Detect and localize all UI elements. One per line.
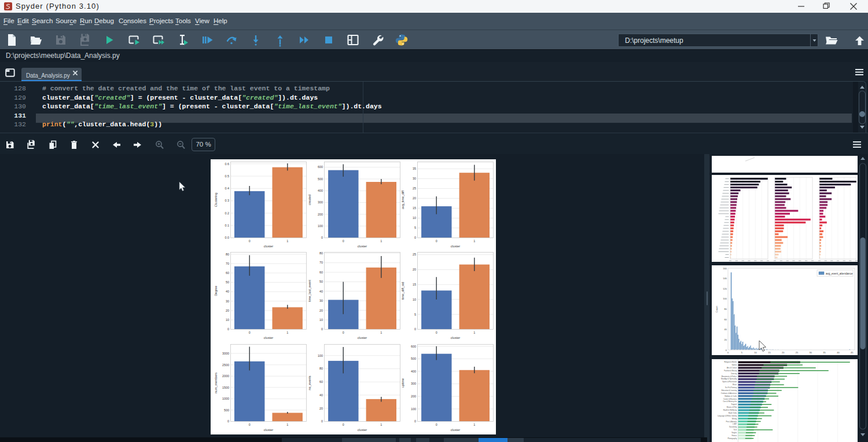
svg-text:0: 0	[321, 236, 323, 239]
svg-text:num_members: num_members	[214, 372, 218, 393]
svg-text:15: 15	[413, 206, 416, 210]
svg-text:20: 20	[782, 351, 785, 354]
svg-text:Book Clubs: Book Clubs	[729, 412, 737, 414]
svg-text:0: 0	[321, 327, 323, 331]
svg-text:cluster: cluster	[358, 336, 367, 339]
svg-text:0: 0	[343, 239, 344, 243]
svg-text:80: 80	[724, 308, 727, 311]
svg-text:LGBT: LGBT	[733, 423, 737, 425]
svg-text:Health & Wellbeing: Health & Wellbeing	[723, 409, 737, 411]
svg-text:80: 80	[226, 253, 229, 256]
svg-text:cluster: cluster	[358, 244, 367, 248]
svg-text:15: 15	[413, 283, 416, 286]
svg-text:20: 20	[413, 268, 416, 271]
svg-text:500: 500	[224, 408, 229, 412]
svg-text:0.3: 0.3	[225, 199, 230, 202]
svg-text:Music: Music	[733, 383, 737, 386]
svg-text:Sports & Recreation: Sports & Recreation	[722, 381, 737, 383]
svg-text:20: 20	[413, 196, 416, 200]
svg-text:time_diff_std: time_diff_std	[401, 282, 404, 299]
svg-text:100: 100	[411, 407, 416, 411]
svg-text:0: 0	[414, 419, 416, 423]
svg-text:300: 300	[318, 200, 323, 204]
svg-text:avg_time_diff: avg_time_diff	[401, 191, 404, 209]
svg-text:200: 200	[318, 213, 323, 216]
svg-text:1: 1	[286, 239, 288, 243]
svg-text:Language & Ethnic Identity: Language & Ethnic Identity	[718, 415, 737, 417]
svg-text:1: 1	[380, 239, 382, 243]
svg-text:Hobbies & Crafts: Hobbies & Crafts	[724, 395, 737, 397]
svg-text:no_events: no_events	[308, 375, 311, 390]
svg-text:0: 0	[436, 423, 437, 426]
svg-text:60: 60	[226, 271, 229, 275]
svg-text:50: 50	[226, 280, 229, 284]
svg-text:Sci-Fi & Fantasy: Sci-Fi & Fantasy	[725, 386, 737, 389]
svg-text:10: 10	[413, 298, 416, 301]
svg-text:Cars & Motorcycles: Cars & Motorcycles	[723, 400, 737, 403]
svg-text:Count: Count	[715, 306, 718, 313]
svg-text:avg_event_attendance: avg_event_attendance	[826, 272, 853, 275]
svg-text:0: 0	[249, 331, 251, 334]
svg-text:0: 0	[414, 236, 416, 239]
svg-text:1: 1	[380, 331, 382, 334]
svg-text:500: 500	[411, 357, 416, 360]
svg-text:20: 20	[226, 309, 229, 312]
svg-text:25: 25	[413, 253, 416, 256]
svg-text:cluster: cluster	[451, 244, 461, 248]
svg-text:25: 25	[413, 187, 416, 190]
svg-text:1: 1	[473, 331, 475, 334]
svg-text:Religion & Beliefs: Religion & Beliefs	[724, 361, 737, 363]
svg-text:300: 300	[411, 382, 416, 385]
svg-text:Socializing: Socializing	[729, 426, 737, 428]
svg-text:Pets & Animals: Pets & Animals	[726, 421, 737, 423]
svg-text:Support: Support	[731, 403, 737, 406]
svg-text:120: 120	[723, 287, 727, 290]
svg-text:35: 35	[413, 167, 416, 170]
svg-text:uptime: uptime	[401, 378, 404, 388]
svg-text:Movies & Film: Movies & Film	[727, 406, 737, 408]
svg-text:0: 0	[343, 423, 344, 426]
svg-text:10: 10	[413, 216, 416, 220]
svg-text:60: 60	[319, 380, 323, 383]
svg-text:160: 160	[723, 267, 727, 270]
svg-text:Dancing: Dancing	[731, 372, 737, 375]
svg-text:100: 100	[318, 224, 323, 228]
svg-text:Arts & Culture: Arts & Culture	[727, 367, 737, 369]
svg-text:Games: Games	[731, 364, 737, 366]
svg-text:400: 400	[318, 189, 323, 192]
svg-text:15: 15	[768, 351, 771, 354]
svg-text:30: 30	[413, 177, 416, 180]
svg-text:45: 45	[851, 351, 854, 354]
svg-text:40: 40	[226, 290, 229, 293]
svg-text:80: 80	[319, 367, 323, 370]
svg-text:0.1: 0.1	[225, 224, 230, 227]
svg-text:140: 140	[723, 277, 727, 280]
svg-text:0: 0	[321, 419, 323, 423]
svg-text:20: 20	[319, 407, 323, 410]
svg-text:0: 0	[227, 419, 229, 423]
svg-text:cluster: cluster	[451, 336, 461, 339]
svg-text:30: 30	[319, 299, 323, 302]
svg-text:30: 30	[810, 351, 812, 354]
svg-text:Career & Business: Career & Business	[723, 398, 737, 400]
svg-text:10: 10	[754, 351, 757, 354]
svg-text:0.4: 0.4	[225, 187, 230, 190]
svg-text:5: 5	[414, 313, 416, 316]
svg-text:40: 40	[319, 393, 323, 397]
svg-text:0.6: 0.6	[225, 162, 230, 166]
svg-text:20: 20	[724, 338, 727, 341]
svg-text:70: 70	[226, 262, 229, 265]
svg-text:1: 1	[286, 331, 288, 334]
svg-text:Fitness: Fitness	[731, 434, 737, 437]
svg-text:0.5: 0.5	[225, 174, 230, 178]
svg-text:60: 60	[319, 271, 323, 274]
svg-text:50: 50	[319, 280, 323, 283]
svg-text:created: created	[308, 195, 311, 205]
svg-text:0: 0	[436, 331, 437, 334]
svg-text:80: 80	[319, 251, 323, 255]
svg-text:1: 1	[286, 423, 288, 426]
svg-text:Clustering: Clustering	[214, 193, 218, 207]
svg-text:600: 600	[318, 165, 323, 169]
svg-text:600: 600	[411, 345, 416, 348]
svg-text:Photography: Photography	[728, 437, 737, 440]
